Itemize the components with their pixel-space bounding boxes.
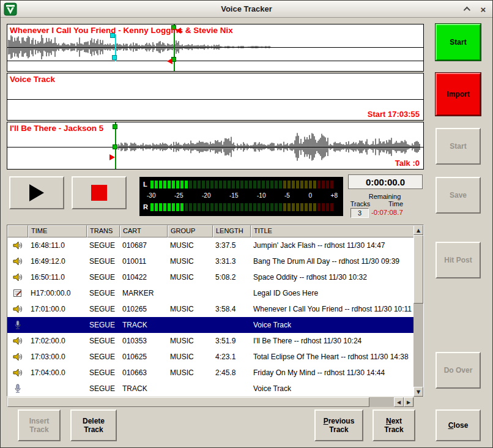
shade-button[interactable]: [461, 4, 472, 15]
cell-cart: 010265: [120, 305, 168, 313]
hit-post-button[interactable]: Hit Post: [436, 242, 481, 278]
cell-length: 3:37.5: [213, 241, 251, 250]
scroll-up-icon[interactable]: ▲: [413, 225, 423, 235]
track3-talk-time: Talk :0: [395, 159, 420, 168]
track3-centerline: [7, 147, 423, 147]
close-label: Close: [448, 421, 469, 430]
track1-segue-line: [7, 61, 423, 61]
cell-cart: 010353: [120, 337, 168, 345]
remaining-tracks-value: 3: [350, 208, 369, 218]
cell-trans: SEGUE: [87, 273, 120, 282]
horizontal-scrollbar[interactable]: ◀ ▶: [7, 397, 424, 407]
meter-scale: -30 -25 -20 -15 -10 -5 0 +8: [147, 192, 338, 199]
close-window-button[interactable]: ×: [478, 4, 489, 15]
horizontal-scroll-thumb[interactable]: [7, 397, 369, 407]
track1-waveform-panel[interactable]: Whenever I Call You Friend - Kenny Loggi…: [7, 24, 424, 72]
col-group[interactable]: GROUP: [168, 225, 213, 237]
scale-tick: 0: [308, 192, 312, 199]
start-next-button[interactable]: Start: [436, 128, 481, 165]
play-button[interactable]: [9, 176, 64, 209]
track2-title: Voice Track: [10, 75, 55, 84]
cell-cart: 010625: [120, 353, 168, 361]
do-over-button[interactable]: Do Over: [436, 352, 481, 389]
cell-trans: SEGUE: [87, 337, 120, 345]
scroll-left-icon[interactable]: ◀: [394, 397, 404, 407]
microphone-icon: [13, 320, 23, 330]
col-icon[interactable]: [7, 225, 28, 237]
cell-cart: 010011: [120, 257, 168, 266]
track3-title: I'll Be There - Jackson 5: [10, 124, 103, 133]
track3-waveform-panel[interactable]: I'll Be There - Jackson 5 Talk :0: [7, 122, 424, 170]
log-row[interactable]: 17:01:00.0 SEGUE 010265 MUSIC 3:58.4 Whe…: [7, 301, 415, 317]
cell-time: H17:00:00.0: [28, 289, 87, 297]
cell-title: Voice Track: [251, 384, 415, 393]
scale-tick: -25: [174, 192, 183, 199]
marker-icon: [13, 288, 23, 298]
cell-cart: TRACK: [120, 384, 168, 393]
col-trans[interactable]: TRANS: [87, 225, 120, 237]
previous-label-line1: Previous: [324, 417, 355, 425]
next-track-button[interactable]: Next Track: [373, 409, 415, 441]
remaining-time-label: Time: [382, 200, 409, 207]
start-marker-handle[interactable]: [113, 144, 117, 149]
cell-cart: 010687: [120, 241, 168, 250]
log-row[interactable]: 17:02:00.0 SEGUE 010353 MUSIC 3:51.9 I'l…: [7, 333, 415, 349]
col-cart[interactable]: CART: [120, 225, 168, 237]
fade-marker-icon[interactable]: [167, 58, 172, 64]
vertical-scrollbar[interactable]: ▲ ▼: [413, 225, 423, 397]
stop-button[interactable]: [72, 176, 127, 209]
speaker-icon: [13, 272, 23, 282]
log-row-selected[interactable]: SEGUE TRACK Voice Track: [7, 317, 415, 333]
cell-trans: SEGUE: [87, 257, 120, 266]
log-row[interactable]: 16:48:11.0 SEGUE 010687 MUSIC 3:37.5 Jum…: [7, 237, 415, 253]
import-button[interactable]: Import: [436, 73, 481, 116]
insert-label-line2: Track: [29, 425, 48, 434]
cell-time: 16:49:12.0: [28, 257, 87, 266]
track2-waveform-panel[interactable]: Voice Track Start 17:03:55: [7, 73, 424, 121]
col-title[interactable]: TITLE: [251, 225, 415, 237]
previous-track-button[interactable]: Previous Track: [314, 409, 363, 441]
fade-marker-icon[interactable]: [109, 154, 115, 160]
log-row[interactable]: 17:04:00.0 SEGUE 010663 MUSIC 2:45.8 Fri…: [7, 365, 415, 381]
col-time[interactable]: TIME: [28, 225, 87, 237]
close-button[interactable]: Close: [436, 409, 481, 441]
cell-title: Voice Track: [251, 321, 415, 329]
delete-track-button[interactable]: Delete Track: [70, 409, 117, 441]
cell-time: 17:03:00.0: [28, 353, 87, 361]
meter-right-label: R: [143, 203, 148, 211]
next-label-line1: Next: [386, 417, 402, 425]
voice-tracker-window: Voice Tracker × Whenever I Call You Frie…: [0, 0, 493, 448]
titlebar[interactable]: Voice Tracker ×: [1, 1, 492, 18]
scroll-right-icon[interactable]: ▶: [404, 397, 413, 407]
previous-label-line2: Track: [329, 425, 348, 434]
log-row[interactable]: 17:03:00.0 SEGUE 010625 MUSIC 4:23.1 Tot…: [7, 349, 415, 365]
elapsed-timer: 0:00:00.0: [348, 174, 423, 189]
microphone-icon: [13, 384, 23, 394]
insert-track-button[interactable]: Insert Track: [18, 409, 61, 441]
vertical-scroll-thumb[interactable]: [413, 235, 423, 304]
col-length[interactable]: LENGTH: [213, 225, 251, 237]
cell-time: 17:02:00.0: [28, 337, 87, 345]
scale-tick: +8: [331, 192, 338, 199]
scale-tick: -15: [229, 192, 238, 199]
cell-trans: SEGUE: [87, 384, 120, 393]
log-row[interactable]: SEGUE TRACK Voice Track: [7, 381, 415, 397]
scroll-down-icon[interactable]: ▼: [413, 387, 423, 397]
save-button[interactable]: Save: [436, 177, 481, 214]
play-icon: [29, 184, 44, 201]
start-record-button[interactable]: Start: [436, 24, 481, 61]
log-table: TIME TRANS CART GROUP LENGTH TITLE 16:48…: [7, 225, 424, 397]
start-marker-handle[interactable]: [113, 124, 117, 129]
cell-title: Legal ID Goes Here: [251, 289, 415, 297]
cell-time: 17:04:00.0: [28, 368, 87, 377]
meter-left-bar: [150, 181, 333, 189]
speaker-icon: [13, 336, 23, 346]
cell-length: 3:51.9: [213, 337, 251, 345]
delete-label-line1: Delete: [83, 417, 105, 425]
log-row[interactable]: H17:00:00.0 SEGUE MARKER Legal ID Goes H…: [7, 285, 415, 301]
cell-trans: SEGUE: [87, 353, 120, 361]
cell-trans: SEGUE: [87, 368, 120, 377]
log-row[interactable]: 16:49:12.0 SEGUE 010011 MUSIC 3:31.3 Ban…: [7, 253, 415, 269]
talk-marker-handle[interactable]: [112, 55, 117, 60]
log-row[interactable]: 16:50:11.0 SEGUE 010422 MUSIC 5:08.2 Spa…: [7, 269, 415, 285]
